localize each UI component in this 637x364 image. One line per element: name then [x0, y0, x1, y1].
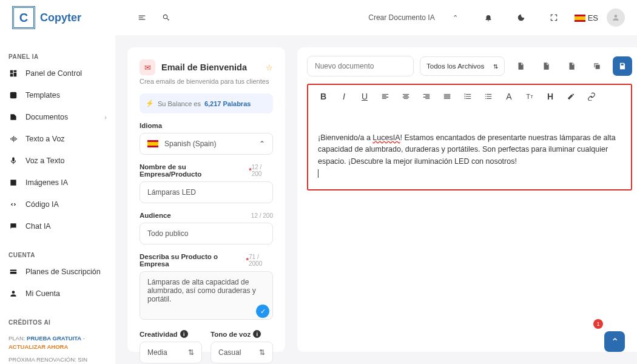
align-right-icon[interactable]: [421, 91, 432, 102]
sidebar-heading-account: CUENTA: [0, 249, 115, 261]
sidebar-item-chat[interactable]: Chat IA: [0, 215, 115, 237]
doc-action-3-icon[interactable]: [562, 56, 581, 76]
info-icon[interactable]: i: [180, 330, 188, 338]
favorite-star-icon[interactable]: ☆: [266, 63, 273, 72]
tone-select[interactable]: Casual⇅: [211, 342, 273, 363]
bold-icon[interactable]: B: [318, 91, 329, 102]
chevron-sort-icon: ⇅: [259, 348, 265, 357]
language-selector[interactable]: ES: [575, 13, 598, 22]
highlight-icon[interactable]: [565, 91, 576, 102]
image-icon: [8, 178, 18, 187]
chevron-sort-icon: ⇅: [188, 348, 194, 357]
topbar: C Copyter Crear Documento IA ⌃ ES: [0, 0, 637, 35]
logo-text: Copyter: [40, 12, 81, 24]
sound-wave-icon: [8, 134, 18, 144]
form-subtitle: Crea emails de bienvenida para tus clien…: [140, 78, 273, 85]
language-label: Idioma: [140, 122, 273, 129]
sidebar-item-plans[interactable]: Planes de Suscripción: [0, 261, 115, 283]
document-name-input[interactable]: [307, 56, 414, 76]
sidebar-item-templates[interactable]: Templates: [0, 84, 115, 106]
subscription-icon: [8, 267, 18, 277]
dark-mode-icon[interactable]: [513, 9, 530, 26]
scroll-top-button[interactable]: ⌃: [604, 331, 625, 352]
code-icon: [8, 200, 18, 209]
doc-action-1-icon[interactable]: [511, 56, 530, 76]
sidebar-item-panel[interactable]: Panel de Control: [0, 62, 115, 84]
unordered-list-icon[interactable]: [483, 91, 494, 102]
form-title: Email de Bienvenida: [161, 62, 266, 72]
create-doc-link[interactable]: Crear Documento IA: [368, 13, 434, 22]
underline-icon[interactable]: U: [359, 91, 370, 102]
mic-icon: [8, 156, 18, 166]
dashboard-icon: [8, 69, 18, 78]
heading-icon[interactable]: H: [545, 91, 556, 102]
info-icon[interactable]: i: [253, 330, 261, 338]
sidebar-item-code[interactable]: Código IA: [0, 194, 115, 215]
editor-toolbar: B I U A TT H: [308, 85, 631, 108]
creativity-select[interactable]: Media⇅: [140, 342, 202, 363]
creativity-label: Creatividadi: [140, 330, 202, 338]
chat-icon: [8, 221, 18, 231]
align-left-icon[interactable]: [380, 91, 391, 102]
chevron-up-icon: ⌃: [259, 140, 265, 148]
renewal-text: PRÓXIMA RENOVACIÓN: SIN RENOVACIÓN: [8, 356, 107, 365]
align-justify-icon[interactable]: [442, 91, 453, 102]
align-center-icon[interactable]: [400, 91, 411, 102]
company-input[interactable]: [140, 181, 273, 203]
flag-es-icon: [147, 140, 158, 147]
doc-action-2-icon[interactable]: [536, 56, 556, 76]
sidebar: PANEL IA Panel de Control Templates Docu…: [0, 35, 115, 364]
editor-box: B I U A TT H ¡Bienvenido/a a LucesIA! Es…: [307, 84, 632, 190]
grammar-badge-icon[interactable]: ✓: [256, 305, 269, 318]
balance-box: ⚡ Su Balance es 6,217 Palabras: [140, 93, 273, 113]
sidebar-item-stt[interactable]: Voz a Texto: [0, 150, 115, 172]
save-button[interactable]: [613, 56, 632, 76]
fullscreen-icon[interactable]: [545, 9, 562, 26]
svg-rect-0: [10, 92, 17, 99]
chevron-up-icon[interactable]: ⌃: [447, 9, 464, 26]
form-panel: ✉ Email de Bienvenida ☆ Crea emails de b…: [127, 47, 285, 352]
text-cursor: [318, 169, 318, 178]
search-icon[interactable]: [158, 9, 175, 26]
bolt-icon: ⚡: [146, 99, 154, 107]
ordered-list-icon[interactable]: [462, 91, 473, 102]
chevron-right-icon: ›: [104, 113, 107, 121]
spellcheck-word: LucesIA: [372, 133, 400, 142]
chevron-sort-icon: ⇅: [493, 63, 498, 70]
audience-input[interactable]: [140, 223, 273, 244]
upgrade-link[interactable]: ACTUALIZAR AHORA: [8, 343, 68, 350]
editor-content[interactable]: ¡Bienvenido/a a LucesIA! Estamos encanta…: [308, 108, 631, 189]
italic-icon[interactable]: I: [339, 91, 349, 102]
font-icon[interactable]: A: [504, 91, 514, 102]
sidebar-item-account[interactable]: Mi Cuenta: [0, 283, 115, 305]
notification-badge[interactable]: 1: [593, 319, 603, 329]
logo-mark: C: [12, 6, 35, 29]
templates-icon: [8, 90, 18, 100]
files-select[interactable]: Todos los Archivos⇅: [420, 56, 505, 76]
plan-name: PRUEBA GRATUITA: [27, 335, 81, 342]
bell-icon[interactable]: [480, 9, 497, 26]
describe-textarea[interactable]: [140, 271, 273, 320]
main-area: ✉ Email de Bienvenida ☆ Crea emails de b…: [115, 35, 637, 364]
sidebar-item-images[interactable]: Imágenes IA: [0, 172, 115, 194]
copy-icon[interactable]: [587, 56, 607, 76]
sidebar-item-documentos[interactable]: Documentos›: [0, 106, 115, 128]
sidebar-heading-credits: CRÉDITOS AI: [0, 317, 115, 328]
company-label: Nombre de su Empresa/Producto*12 / 200: [140, 163, 273, 178]
user-avatar[interactable]: [607, 8, 625, 27]
topbar-right: Crear Documento IA ⌃ ES: [368, 8, 625, 27]
editor-topbar: Todos los Archivos⇅: [307, 56, 632, 76]
link-icon[interactable]: [586, 91, 597, 102]
tone-label: Tono de vozi: [211, 330, 273, 338]
text-size-icon[interactable]: TT: [524, 91, 535, 102]
documents-icon: [8, 112, 18, 122]
language-select[interactable]: Spanish (Spain) ⌃: [140, 133, 273, 155]
menu-toggle-icon[interactable]: [133, 9, 150, 26]
audience-label: Audience12 / 200: [140, 212, 273, 219]
editor-panel: Todos los Archivos⇅ B I U A TT H: [297, 47, 637, 352]
describe-label: Describa su Producto o Empresa*71 / 2000: [140, 253, 273, 268]
credits-block: PLAN: PRUEBA GRATUITA - ACTUALIZAR AHORA…: [0, 328, 115, 364]
sidebar-item-tts[interactable]: Texto a Voz: [0, 128, 115, 150]
flag-es-icon: [575, 15, 585, 22]
sidebar-heading-ai: PANEL IA: [0, 51, 115, 62]
